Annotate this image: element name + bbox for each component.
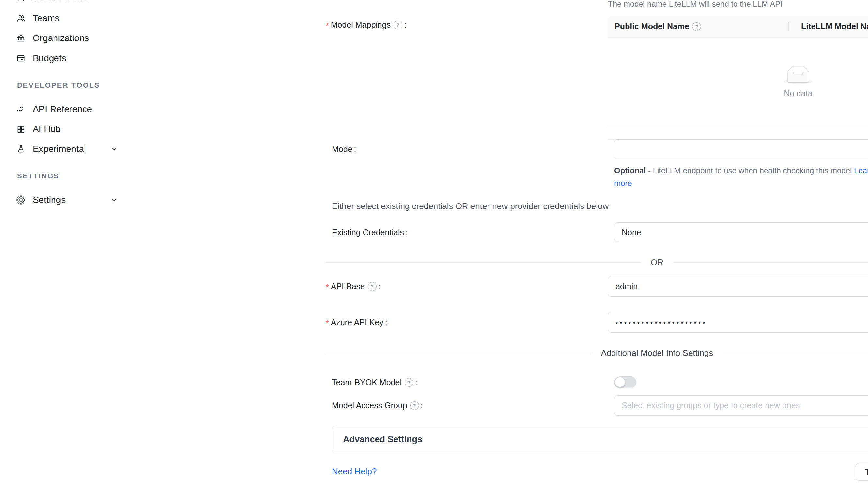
sidebar-item-api-reference[interactable]: API Reference [0, 100, 158, 119]
advanced-settings-panel[interactable]: Advanced Settings [332, 426, 868, 453]
sidebar: Internal Users Teams Organizations Budge… [0, 0, 158, 485]
empty-box-icon [783, 66, 813, 86]
chevron-down-icon [110, 145, 118, 153]
sidebar-item-label: Experimental [33, 144, 86, 154]
help-circle-icon[interactable]: ? [410, 401, 419, 410]
existing-credentials-row: Existing Credentials : None [326, 222, 868, 242]
test-connect-button[interactable]: Test Connect [856, 463, 868, 481]
azure-api-key-row: * Azure API Key : ••••••••••••••••••••• [326, 312, 868, 333]
table-empty-state: No data [608, 38, 868, 126]
or-divider: OR [326, 257, 868, 267]
column-header-public-model-name: Public Model Name ? [608, 22, 795, 31]
sidebar-section-developer-tools: DEVELOPER TOOLS [17, 81, 100, 90]
sidebar-item-label: Budgets [33, 53, 66, 64]
mode-label: Mode : [326, 139, 614, 159]
sidebar-item-experimental[interactable]: Experimental [0, 140, 158, 158]
learn-more-link[interactable]: more [614, 179, 632, 188]
help-circle-icon[interactable]: ? [405, 378, 413, 387]
advanced-settings-title: Advanced Settings [343, 434, 422, 445]
sidebar-item-label: Teams [33, 13, 59, 24]
credentials-note: Either select existing credentials OR en… [332, 201, 609, 212]
required-marker: * [326, 21, 329, 31]
gear-icon [16, 195, 26, 204]
team-byok-toggle[interactable] [614, 377, 636, 388]
mode-row: Mode : Optional - LiteLLM endpoint to us… [326, 139, 868, 190]
model-mappings-label: * Model Mappings ? : [326, 15, 608, 34]
required-marker: * [326, 283, 329, 292]
no-data-text: No data [784, 89, 812, 98]
masked-password-value: ••••••••••••••••••••• [608, 319, 707, 326]
table-header: Public Model Name ? LiteLLM Model Name ? [608, 15, 868, 38]
model-mappings-table: Public Model Name ? LiteLLM Model Name ? [608, 15, 868, 126]
model-access-group-select[interactable]: Select existing groups or type to create… [614, 395, 868, 416]
need-help-link[interactable]: Need Help? [332, 466, 377, 477]
column-divider [788, 22, 789, 31]
existing-credentials-label: Existing Credentials : [326, 222, 614, 242]
chevron-down-icon [110, 196, 118, 204]
api-base-label: * API Base ? : [326, 276, 608, 297]
sidebar-item-label: API Reference [33, 104, 92, 115]
mode-select[interactable] [614, 139, 868, 159]
help-circle-icon[interactable]: ? [692, 22, 701, 31]
bank-icon [16, 34, 26, 43]
learn-more-link[interactable]: Learn [854, 166, 868, 175]
help-circle-icon[interactable]: ? [368, 282, 377, 291]
team-byok-label: Team-BYOK Model ? : [326, 373, 614, 391]
model-access-group-label: Model Access Group ? : [326, 395, 614, 416]
model-access-group-row: Model Access Group ? : Select existing g… [326, 395, 868, 416]
select-placeholder: Select existing groups or type to create… [615, 401, 800, 410]
additional-info-divider: Additional Model Info Settings [326, 347, 868, 359]
flask-icon [16, 144, 26, 154]
mode-extra-help: Optional - LiteLLM endpoint to use when … [614, 164, 868, 190]
sidebar-item-label: Organizations [33, 33, 89, 43]
api-base-row: * API Base ? : admin [326, 276, 868, 297]
sidebar-item-internal-users[interactable]: Internal Users [0, 0, 158, 6]
required-marker: * [326, 319, 329, 328]
azure-api-key-input[interactable]: ••••••••••••••••••••• [608, 312, 868, 333]
sidebar-item-label: AI Hub [33, 124, 61, 134]
add-model-form: The model name LiteLLM will send to the … [158, 0, 868, 485]
sidebar-item-teams[interactable]: Teams [0, 9, 158, 27]
add-model-page: Internal Users Teams Organizations Budge… [0, 0, 868, 485]
sidebar-item-organizations[interactable]: Organizations [0, 29, 158, 47]
credit-card-icon [16, 54, 26, 63]
column-header-litellm-model-name: LiteLLM Model Name ? [795, 22, 868, 31]
model-name-help-text: The model name LiteLLM will send to the … [608, 0, 782, 8]
sidebar-item-label: Settings [33, 195, 66, 205]
sidebar-item-ai-hub[interactable]: AI Hub [0, 120, 158, 138]
team-icon [16, 14, 26, 23]
api-base-input[interactable]: admin [608, 276, 868, 297]
sidebar-item-label: Internal Users [33, 0, 89, 3]
sidebar-item-budgets[interactable]: Budgets [0, 49, 158, 67]
api-plug-icon [16, 105, 26, 114]
appstore-grid-icon [16, 125, 26, 134]
azure-api-key-label: * Azure API Key : [326, 312, 608, 333]
sidebar-item-settings[interactable]: Settings [0, 191, 158, 209]
model-mappings-row: * Model Mappings ? : Public Model Name ?… [326, 15, 868, 126]
help-circle-icon[interactable]: ? [394, 21, 402, 29]
user-icon [16, 0, 26, 2]
team-byok-row: Team-BYOK Model ? : [326, 373, 868, 391]
sidebar-section-settings: SETTINGS [17, 172, 59, 181]
existing-credentials-select[interactable]: None [614, 222, 868, 242]
